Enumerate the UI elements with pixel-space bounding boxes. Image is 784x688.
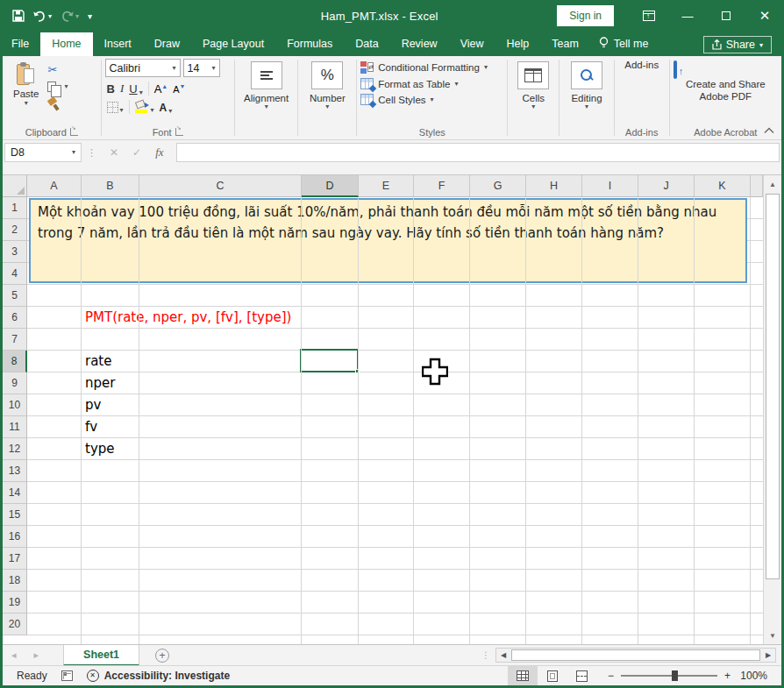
column-header-H[interactable]: H [526,175,582,197]
font-color-button[interactable]: A▾ [160,101,173,114]
column-header-D[interactable]: D [302,175,359,197]
cell-styles-button[interactable]: Cell Styles▾ [360,94,503,105]
close-button[interactable]: ✕ [745,0,784,32]
alignment-button[interactable] [251,61,282,89]
row-header-10[interactable]: 10 [3,394,27,416]
scroll-right-icon[interactable]: ▶ [761,651,775,659]
row-header-18[interactable]: 18 [3,570,27,592]
zoom-in-button[interactable]: + [724,670,731,682]
bold-button[interactable]: B [107,82,115,96]
editing-dropdown-icon[interactable]: ▾ [585,104,588,110]
cell-label-rate[interactable]: rate [85,351,111,372]
minimize-button[interactable]: — [668,0,707,32]
row-header-4[interactable]: 4 [3,263,27,285]
collapse-ribbon-icon[interactable] [764,126,774,136]
insert-function-button[interactable]: fx [148,145,170,160]
column-header-J[interactable]: J [638,175,695,197]
note-text-box[interactable]: Một khoản vay 100 triệu đồng, lãi suất 1… [29,198,747,283]
decrease-font-size-button[interactable]: A▼ [173,83,185,95]
column-header-K[interactable]: K [695,175,751,197]
undo-dropdown-icon[interactable]: ▾ [48,12,52,20]
select-all-corner[interactable] [3,175,27,197]
row-header-8[interactable]: 8 [3,351,27,372]
number-format-button[interactable]: % [311,61,343,89]
macro-record-button[interactable] [61,670,73,681]
underline-dropdown-icon[interactable]: ▾ [139,90,143,96]
clipboard-dialog-launcher-icon[interactable] [70,128,78,136]
fill-color-button[interactable]: ▾ [135,101,154,113]
horizontal-scrollbar-thumb[interactable] [511,649,760,661]
redo-dropdown-icon[interactable]: ▾ [75,12,79,20]
row-header-7[interactable]: 7 [3,329,27,351]
addins-button[interactable]: Add-ins [618,59,666,71]
tab-page-layout[interactable]: Page Layout [191,32,275,56]
column-header-F[interactable]: F [414,175,470,197]
font-name-select[interactable]: Calibri▾ [105,59,181,77]
tab-data[interactable]: Data [344,32,389,56]
format-painter-button[interactable] [47,97,68,111]
accessibility-status[interactable]: Accessibility: Investigate [87,670,230,682]
row-header-6[interactable]: 6 [3,307,27,329]
font-color-dropdown-icon[interactable]: ▾ [168,109,172,114]
scroll-down-icon[interactable]: ▼ [764,627,781,644]
ribbon-display-options-button[interactable] [630,0,668,32]
cells-button[interactable] [517,61,549,89]
zoom-slider-thumb[interactable] [672,670,678,681]
undo-button[interactable]: ▾ [33,11,52,22]
row-header-3[interactable]: 3 [3,241,27,263]
row-header-15[interactable]: 15 [3,504,27,526]
previous-sheet-icon[interactable]: ◂ [3,649,25,661]
tab-view[interactable]: View [449,32,495,56]
borders-dropdown-icon[interactable]: ▾ [120,108,124,113]
formula-input[interactable] [176,143,780,162]
horizontal-scrollbar[interactable]: ◀ ▶ [495,648,776,663]
row-header-9[interactable]: 9 [3,372,27,394]
cell-label-pv[interactable]: pv [85,394,101,416]
column-header-C[interactable]: C [139,175,302,197]
cut-button[interactable]: ✂ [47,62,68,76]
sheet-tab-sheet1[interactable]: Sheet1 [63,645,139,666]
font-dialog-launcher-icon[interactable] [175,128,183,136]
row-header-19[interactable]: 19 [3,592,27,614]
row-header-20[interactable]: 20 [3,614,27,635]
customize-qat-icon[interactable]: ▾ [88,11,92,21]
enter-button[interactable]: ✓ [125,146,148,159]
increase-font-size-button[interactable]: A▲ [154,82,168,96]
save-icon[interactable] [12,10,25,22]
normal-view-button[interactable] [508,666,538,685]
name-box-dropdown-icon[interactable]: ▾ [72,150,75,155]
cell-label-nper[interactable]: nper [85,372,115,394]
column-header-I[interactable]: I [582,175,638,197]
new-sheet-button[interactable]: + [155,649,169,663]
tab-draw[interactable]: Draw [143,32,191,56]
cells-area[interactable]: Một khoản vay 100 triệu đồng, lãi suất 1… [27,197,763,644]
editing-button[interactable] [571,61,602,89]
row-header-1[interactable]: 1 [3,197,27,219]
create-share-adobe-pdf-button[interactable]: Create and Share Adobe PDF [674,62,778,103]
copy-button[interactable]: ▾ [47,80,68,94]
tab-review[interactable]: Review [390,32,449,56]
selected-cell-d8[interactable] [300,349,359,372]
row-header-14[interactable]: 14 [3,482,27,504]
conditional-formatting-button[interactable]: ⇄ Conditional Formatting▾ [360,61,503,74]
column-header-B[interactable]: B [82,175,139,197]
maximize-button[interactable] [707,0,745,32]
cell-label-type[interactable]: type [85,438,115,460]
column-header-A[interactable]: A [27,175,82,197]
cell-label-fv[interactable]: fv [85,416,97,438]
tab-help[interactable]: Help [495,32,541,56]
zoom-slider[interactable] [621,675,717,677]
cells-dropdown-icon[interactable]: ▾ [531,104,535,110]
tab-home[interactable]: Home [40,32,92,56]
cancel-button[interactable]: ✕ [103,146,125,159]
tab-file[interactable]: File [0,32,40,56]
sheetbar-resize-handle[interactable]: ⋮ [476,650,495,660]
tab-formulas[interactable]: Formulas [275,32,344,56]
sign-in-button[interactable]: Sign in [557,5,614,26]
tell-me-box[interactable]: Tell me [590,32,658,56]
font-size-select[interactable]: 14▾ [183,59,220,77]
scroll-up-icon[interactable]: ▲ [764,175,781,193]
zoom-level[interactable]: 100% [738,670,771,682]
pmt-syntax-cell[interactable]: PMT(rate, nper, pv, [fv], [type]) [85,307,291,329]
paste-button[interactable]: Paste ▾ [6,59,46,110]
